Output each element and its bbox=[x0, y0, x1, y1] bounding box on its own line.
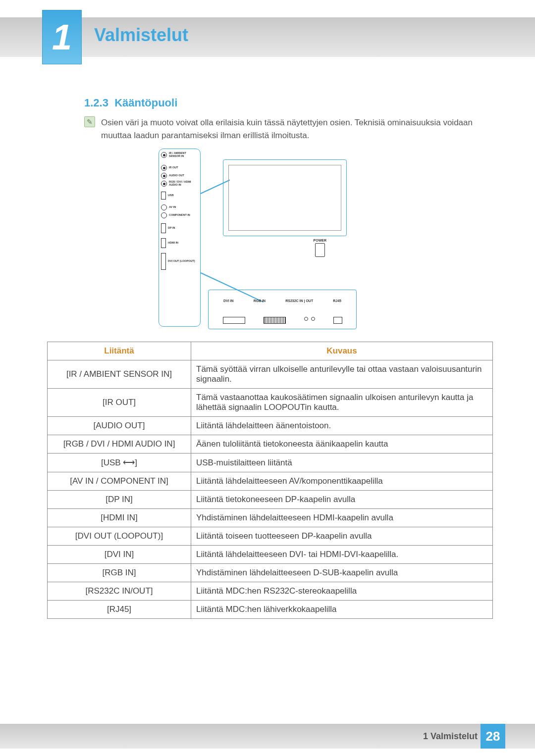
table-row: [RGB / DVI / HDMI AUDIO IN]Äänen tulolii… bbox=[48, 435, 493, 454]
port-description-table: Liitäntä Kuvaus [IR / AMBIENT SENSOR IN]… bbox=[47, 342, 493, 619]
back-frame: POWER bbox=[223, 159, 347, 236]
table-header-desc: Kuvaus bbox=[191, 342, 493, 360]
table-row: [DVI IN]Liitäntä lähdelaitteeseen DVI- t… bbox=[48, 546, 493, 564]
side-port-panel: IR / AMBIENT SENSOR IN IR OUT AUDIO OUT … bbox=[159, 149, 201, 327]
note-row: ✎ Osien väri ja muoto voivat olla erilai… bbox=[84, 116, 495, 142]
table-row: [USB ⟷]USB-muistilaitteen liitäntä bbox=[48, 454, 493, 472]
chapter-number: 1 bbox=[52, 19, 72, 55]
table-row: [DP IN]Liitäntä tietokoneeseen DP-kaapel… bbox=[48, 491, 493, 509]
power-port: POWER bbox=[314, 239, 326, 258]
table-row: [RGB IN]Yhdistäminen lähdelaitteeseen D-… bbox=[48, 564, 493, 582]
table-row: [RS232C IN/OUT]Liitäntä MDC:hen RS232C-s… bbox=[48, 582, 493, 601]
section-number: 1.2.3 bbox=[84, 97, 108, 109]
note-text: Osien väri ja muoto voivat olla erilaisi… bbox=[101, 116, 495, 142]
table-row: [AUDIO OUT]Liitäntä lähdelaitteen äänent… bbox=[48, 417, 493, 435]
footer-chapter-ref: 1 Valmistelut bbox=[423, 731, 478, 742]
chapter-title: Valmistelut bbox=[94, 25, 188, 46]
table-row: [IR / AMBIENT SENSOR IN]Tämä syöttää vir… bbox=[48, 360, 493, 389]
footer-bar: 1 Valmistelut 28 bbox=[0, 724, 535, 749]
section-heading: 1.2.3 Kääntöpuoli bbox=[84, 97, 177, 109]
section-title: Kääntöpuoli bbox=[114, 97, 177, 109]
table-header-port: Liitäntä bbox=[48, 342, 191, 360]
table-row: [DVI OUT (LOOPOUT)]Liitäntä toiseen tuot… bbox=[48, 527, 493, 546]
table-row: [IR OUT]Tämä vastaanottaa kaukosäätimen … bbox=[48, 389, 493, 417]
bottom-port-frame: DVI IN RGB IN RS232C IN | OUT RJ45 bbox=[208, 290, 357, 329]
table-row: [HDMI IN]Yhdistäminen lähdelaitteeseen H… bbox=[48, 509, 493, 527]
table-row: [AV IN / COMPONENT IN]Liitäntä lähdelait… bbox=[48, 472, 493, 491]
chapter-tab: 1 bbox=[42, 10, 82, 64]
table-row: [RJ45]Liitäntä MDC:hen lähiverkkokaapeli… bbox=[48, 601, 493, 619]
rear-panel-diagram: IR / AMBIENT SENSOR IN IR OUT AUDIO OUT … bbox=[159, 149, 357, 332]
page-number: 28 bbox=[481, 724, 505, 749]
note-icon: ✎ bbox=[84, 116, 95, 127]
